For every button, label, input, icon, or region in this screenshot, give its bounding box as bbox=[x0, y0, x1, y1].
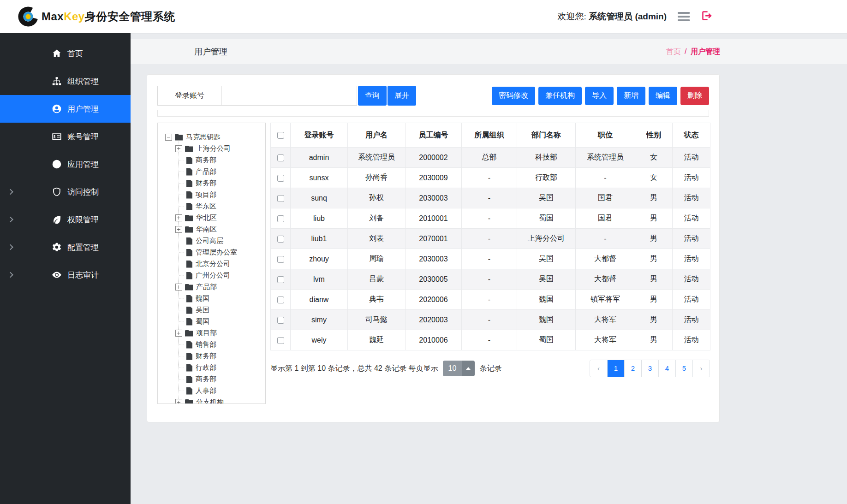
edit-button[interactable]: 编辑 bbox=[649, 87, 677, 105]
table-row[interactable]: sunq孙权2030003-吴国国君男活动 bbox=[271, 188, 710, 208]
row-checkbox[interactable] bbox=[277, 276, 284, 283]
tree-node[interactable]: 上海分公司 bbox=[175, 143, 265, 154]
table-cell: 孙权 bbox=[348, 188, 406, 208]
sidebar-item-8[interactable]: 配置管理 bbox=[0, 233, 131, 261]
table-row[interactable]: admin系统管理员2000002总部科技部系统管理员女活动 bbox=[271, 148, 710, 168]
tree-node[interactable]: 吴国 bbox=[175, 304, 265, 316]
tree-node[interactable]: 商务部 bbox=[175, 374, 265, 385]
table-row[interactable]: liub刘备2010001-蜀国国君男活动 bbox=[271, 208, 710, 229]
table-row[interactable]: dianw典韦2020006-魏国镇军将军男活动 bbox=[271, 290, 710, 310]
expand-plus-icon[interactable] bbox=[175, 214, 182, 221]
sidebar-item-6[interactable]: 访问控制 bbox=[0, 178, 131, 206]
table-cell: 活动 bbox=[673, 168, 710, 188]
table-row[interactable]: lvm吕蒙2030005-吴国大都督男活动 bbox=[271, 269, 710, 290]
sidebar-item-5[interactable]: 应用管理 bbox=[0, 150, 131, 178]
column-header[interactable]: 所属组织 bbox=[462, 123, 517, 148]
tree-node[interactable]: 项目部 bbox=[175, 327, 265, 339]
query-button[interactable]: 查询 bbox=[358, 86, 387, 106]
row-checkbox[interactable] bbox=[277, 175, 284, 182]
pager-page-3[interactable]: 3 bbox=[641, 360, 658, 377]
expand-plus-icon[interactable] bbox=[175, 330, 182, 337]
pager-prev-button[interactable]: ‹ bbox=[590, 360, 607, 377]
collapse-minus-icon[interactable] bbox=[165, 134, 172, 141]
pager-page-5[interactable]: 5 bbox=[675, 360, 692, 377]
expand-plus-icon[interactable] bbox=[175, 284, 182, 291]
tree-node[interactable]: 行政部 bbox=[175, 362, 265, 374]
table-row[interactable]: simy司马懿2020003-魏国大将军男活动 bbox=[271, 310, 710, 330]
change-password-button[interactable]: 密码修改 bbox=[492, 87, 535, 105]
tree-node[interactable]: 财务部 bbox=[175, 178, 265, 189]
row-checkbox[interactable] bbox=[277, 195, 284, 202]
table-cell: - bbox=[576, 229, 635, 249]
adjunct-org-button[interactable]: 兼任机构 bbox=[538, 87, 582, 105]
leaf-icon bbox=[52, 214, 62, 225]
sidebar-item-3[interactable]: 用户管理 bbox=[0, 95, 131, 123]
table-cell: - bbox=[462, 168, 517, 188]
table-row[interactable]: weiy魏延2010006-蜀国大将军男活动 bbox=[271, 330, 710, 350]
row-checkbox[interactable] bbox=[277, 236, 284, 243]
table-cell: liub1 bbox=[291, 229, 348, 249]
search-input[interactable] bbox=[222, 86, 357, 105]
sidebar-item-2[interactable]: 组织管理 bbox=[0, 67, 131, 95]
table-cell: 活动 bbox=[673, 229, 710, 249]
menu-toggle-icon[interactable] bbox=[678, 12, 690, 21]
pager-page-1[interactable]: 1 bbox=[607, 360, 624, 377]
tree-node[interactable]: 管理层办公室 bbox=[175, 247, 265, 258]
column-header[interactable]: 用户名 bbox=[348, 123, 406, 148]
breadcrumb-home[interactable]: 首页 bbox=[666, 47, 681, 55]
delete-button[interactable]: 删除 bbox=[680, 87, 709, 105]
pager-page-2[interactable]: 2 bbox=[624, 360, 641, 377]
tree-node[interactable]: 销售部 bbox=[175, 339, 265, 350]
tree-node[interactable]: 公司高层 bbox=[175, 235, 265, 247]
expand-plus-icon[interactable] bbox=[175, 226, 182, 233]
tree-node[interactable]: 华东区 bbox=[175, 201, 265, 212]
import-button[interactable]: 导入 bbox=[585, 87, 614, 105]
tree-node[interactable]: 北京分公司 bbox=[175, 258, 265, 270]
row-checkbox[interactable] bbox=[277, 215, 284, 222]
tree-root-node[interactable]: 马克思钥匙 bbox=[165, 131, 265, 143]
tree-node[interactable]: 蜀国 bbox=[175, 316, 265, 327]
tree-node[interactable]: 产品部 bbox=[175, 166, 265, 178]
tree-node[interactable]: 人事部 bbox=[175, 385, 265, 397]
column-header[interactable]: 职位 bbox=[576, 123, 635, 148]
row-checkbox[interactable] bbox=[277, 337, 284, 344]
column-header[interactable]: 员工编号 bbox=[406, 123, 462, 148]
select-all-checkbox[interactable] bbox=[277, 132, 284, 139]
add-button[interactable]: 新增 bbox=[617, 87, 645, 105]
tree-node[interactable]: 项目部 bbox=[175, 189, 265, 201]
column-header[interactable]: 性别 bbox=[635, 123, 673, 148]
sidebar-item-1[interactable]: 首页 bbox=[0, 40, 131, 67]
column-header[interactable]: 部门名称 bbox=[517, 123, 576, 148]
logout-icon[interactable] bbox=[701, 10, 713, 24]
tree-node[interactable]: 产品部 bbox=[175, 281, 265, 293]
tree-node[interactable]: 财务部 bbox=[175, 350, 265, 362]
tree-node[interactable]: 广州分公司 bbox=[175, 270, 265, 281]
row-checkbox[interactable] bbox=[277, 296, 284, 303]
tree-node[interactable]: 华北区 bbox=[175, 212, 265, 224]
sidebar-item-9[interactable]: 日志审计 bbox=[0, 261, 131, 289]
tree-node[interactable]: 商务部 bbox=[175, 154, 265, 166]
tree-node[interactable]: 魏国 bbox=[175, 293, 265, 304]
row-checkbox[interactable] bbox=[277, 317, 284, 324]
table-row[interactable]: sunsx孙尚香2030009-行政部-女活动 bbox=[271, 168, 710, 188]
tree-node[interactable]: 分支机构 bbox=[175, 397, 265, 404]
file-icon bbox=[186, 237, 192, 245]
tree-node[interactable]: 华南区 bbox=[175, 224, 265, 235]
expand-plus-icon[interactable] bbox=[175, 145, 182, 152]
page-size-dropdown[interactable]: 10 bbox=[443, 361, 475, 376]
sidebar-item-4[interactable]: 账号管理 bbox=[0, 123, 131, 150]
table-row[interactable]: zhouy周瑜2030003-吴国大都督男活动 bbox=[271, 249, 710, 269]
table-cell: weiy bbox=[291, 330, 348, 350]
expand-plus-icon[interactable] bbox=[175, 399, 182, 404]
sidebar-item-7[interactable]: 权限管理 bbox=[0, 206, 131, 233]
pager-next-button[interactable]: › bbox=[692, 360, 710, 377]
table-cell: 魏国 bbox=[517, 310, 576, 330]
column-header[interactable]: 登录账号 bbox=[291, 123, 348, 148]
row-checkbox[interactable] bbox=[277, 256, 284, 263]
table-cell: 蜀国 bbox=[517, 208, 576, 229]
table-row[interactable]: liub1刘表2070001-上海分公司-男活动 bbox=[271, 229, 710, 249]
pager-page-4[interactable]: 4 bbox=[658, 360, 675, 377]
row-checkbox[interactable] bbox=[277, 154, 284, 161]
column-header[interactable]: 状态 bbox=[673, 123, 710, 148]
expand-button[interactable]: 展开 bbox=[388, 86, 416, 106]
